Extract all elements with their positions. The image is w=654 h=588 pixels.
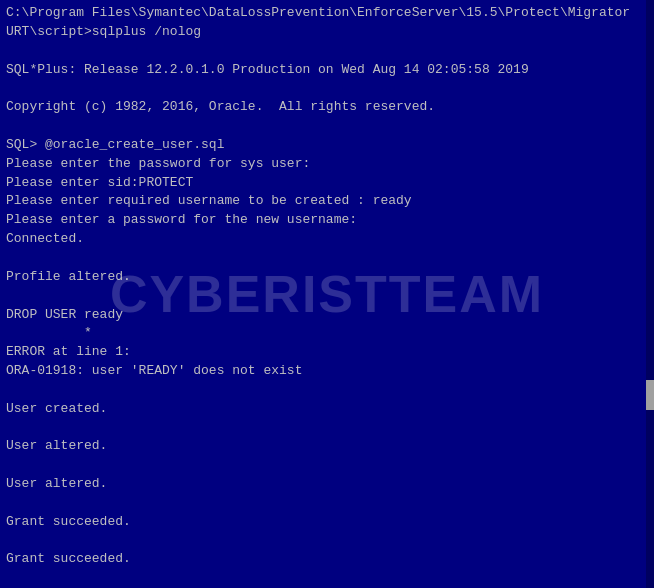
terminal-line: URT\script>sqlplus /nolog: [6, 23, 648, 42]
terminal-line: *: [6, 324, 648, 343]
terminal-line: ORA-01918: user 'READY' does not exist: [6, 362, 648, 381]
terminal-line: C:\Program Files\Symantec\DataLossPreven…: [6, 4, 648, 23]
terminal-line: [6, 249, 648, 268]
terminal-line: [6, 117, 648, 136]
terminal-line: [6, 42, 648, 61]
terminal-line: [6, 456, 648, 475]
scrollbar-thumb[interactable]: [646, 380, 654, 410]
terminal-line: [6, 287, 648, 306]
terminal-line: DROP USER ready: [6, 306, 648, 325]
terminal-line: User created.: [6, 400, 648, 419]
terminal-line: Profile altered.: [6, 268, 648, 287]
terminal-line: [6, 381, 648, 400]
terminal-window: CYBERISTTEAM C:\Program Files\Symantec\D…: [0, 0, 654, 588]
terminal-line: Grant succeeded.: [6, 513, 648, 532]
terminal-line: Please enter sid:PROTECT: [6, 174, 648, 193]
terminal-line: Please enter required username to be cre…: [6, 192, 648, 211]
terminal-line: [6, 419, 648, 438]
terminal-line: SQL*Plus: Release 12.2.0.1.0 Production …: [6, 61, 648, 80]
terminal-line: [6, 79, 648, 98]
terminal-line: [6, 569, 648, 588]
scrollbar[interactable]: [646, 0, 654, 588]
terminal-line: Please enter the password for sys user:: [6, 155, 648, 174]
terminal-line: Grant succeeded.: [6, 550, 648, 569]
terminal-line: SQL> @oracle_create_user.sql: [6, 136, 648, 155]
terminal-line: User altered.: [6, 437, 648, 456]
terminal-line: User altered.: [6, 475, 648, 494]
terminal-line: Connected.: [6, 230, 648, 249]
terminal-line: ERROR at line 1:: [6, 343, 648, 362]
terminal-line: Please enter a password for the new user…: [6, 211, 648, 230]
terminal-line: Copyright (c) 1982, 2016, Oracle. All ri…: [6, 98, 648, 117]
terminal-line: [6, 494, 648, 513]
terminal-line: [6, 532, 648, 551]
terminal-output: C:\Program Files\Symantec\DataLossPreven…: [6, 4, 648, 588]
